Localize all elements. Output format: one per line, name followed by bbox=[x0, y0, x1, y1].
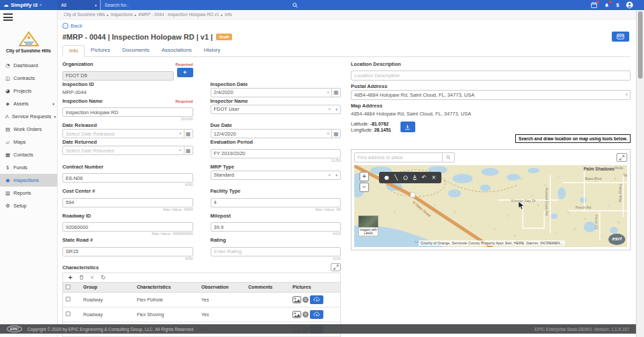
upload-picture-button[interactable] bbox=[310, 295, 323, 304]
breadcrumb-item[interactable]: City of Sunshine Hills bbox=[64, 12, 105, 17]
field-inspector_name: Inspector Name×▾ bbox=[211, 99, 341, 122]
add-row-icon[interactable]: + bbox=[68, 274, 73, 281]
cost_center-input[interactable] bbox=[62, 198, 193, 207]
organization-input[interactable] bbox=[62, 71, 174, 81]
search-scope-dropdown[interactable]: All ▾ bbox=[58, 0, 101, 10]
mrp_type-input[interactable] bbox=[211, 171, 327, 179]
sidebar-item-work-orders[interactable]: ▤Work Orders bbox=[0, 123, 57, 136]
search-icon[interactable] bbox=[292, 3, 298, 8]
app-logo[interactable]: ☁ Simplify i3 ® bbox=[0, 0, 58, 10]
characteristics-header-row: Group Characteristics Observation Commen… bbox=[63, 283, 340, 293]
map-label-palm-shadows: Palm Shadows bbox=[584, 167, 614, 171]
tab-info[interactable]: Info bbox=[62, 45, 85, 57]
row-checkbox[interactable] bbox=[66, 311, 70, 316]
clear-icon[interactable]: × bbox=[326, 105, 333, 113]
expand-map-button[interactable] bbox=[616, 153, 627, 162]
date_released-input[interactable] bbox=[63, 130, 177, 138]
zoom-out-button[interactable]: − bbox=[360, 183, 369, 192]
postal-address-input[interactable] bbox=[352, 91, 623, 99]
draw-point-icon[interactable]: ● bbox=[384, 172, 389, 183]
expand-characteristics-button[interactable] bbox=[331, 263, 341, 271]
breadcrumb-item[interactable]: Inspections bbox=[111, 12, 133, 17]
clear-selection-icon[interactable]: × bbox=[90, 274, 95, 281]
sidebar-item-inspections[interactable]: ◉Inspections bbox=[0, 174, 57, 187]
registered-mark: ® bbox=[40, 3, 42, 7]
close-icon[interactable]: × bbox=[431, 172, 436, 183]
tab-documents[interactable]: Documents bbox=[116, 45, 155, 56]
sidebar-item-funds[interactable]: $Funds bbox=[0, 161, 57, 174]
inspection_date-input[interactable] bbox=[211, 89, 325, 97]
contract_number-label: Contract Number bbox=[62, 164, 103, 170]
breadcrumb-separator-icon: ▸ bbox=[135, 13, 137, 17]
map-search-input[interactable] bbox=[354, 152, 443, 162]
draw-text-icon[interactable]: A bbox=[413, 172, 417, 183]
breadcrumb-item[interactable]: #MRP - 0044 : Inspection Holopaw RD v1 bbox=[138, 12, 219, 17]
dropdown-caret-icon[interactable]: ▾ bbox=[333, 105, 340, 113]
delete-row-icon[interactable] bbox=[79, 275, 84, 280]
calendar-alert-icon[interactable] bbox=[591, 2, 597, 8]
setup-icon: ⚙ bbox=[5, 203, 11, 209]
map-search-button[interactable] bbox=[443, 152, 455, 162]
sidebar-item-contracts[interactable]: ◫Contracts bbox=[0, 72, 57, 85]
clear-icon[interactable]: × bbox=[177, 146, 184, 154]
sidebar-item-setup[interactable]: ⚙Setup bbox=[0, 199, 57, 212]
sidebar-item-assets[interactable]: ◈Assets▾ bbox=[0, 97, 57, 110]
refresh-icon[interactable]: ↻ bbox=[101, 274, 106, 281]
facility_type-input[interactable] bbox=[211, 198, 341, 207]
sidebar-item-service-requests[interactable]: ⚠Service Requests▾ bbox=[0, 110, 57, 123]
add-organization-button[interactable]: + bbox=[177, 68, 193, 77]
roadway_id-input[interactable] bbox=[62, 222, 193, 232]
field-facility_type: Facility TypeMax Value: 99 bbox=[211, 189, 341, 212]
evaluation_period-input[interactable] bbox=[211, 149, 341, 158]
clear-icon[interactable]: × bbox=[325, 89, 331, 97]
location-description-input[interactable] bbox=[351, 70, 631, 81]
upload-picture-button[interactable] bbox=[310, 310, 323, 319]
notifications-icon[interactable] bbox=[604, 2, 610, 8]
sidebar-item-reports[interactable]: ▥Reports bbox=[0, 187, 57, 199]
user-profile-icon[interactable] bbox=[626, 1, 633, 9]
calendar-icon[interactable]: ▦ bbox=[331, 89, 340, 97]
rating-input[interactable] bbox=[211, 247, 341, 256]
state_road-input[interactable] bbox=[62, 247, 193, 256]
clear-icon[interactable]: × bbox=[177, 130, 184, 138]
clear-icon[interactable]: × bbox=[325, 130, 331, 138]
map[interactable]: Palm Shadows Mulle Ta Bass Blvd Palms Wa… bbox=[354, 165, 627, 247]
inspection_name-input[interactable] bbox=[62, 107, 193, 117]
basemap-toggle[interactable]: Imagery with Labels bbox=[358, 215, 378, 236]
draw-polygon-icon[interactable] bbox=[403, 175, 408, 180]
longitude-label: Longitude: bbox=[351, 128, 373, 132]
sidebar-item-contacts[interactable]: ▦Contacts bbox=[0, 148, 57, 161]
schedule-action-button[interactable] bbox=[612, 32, 629, 42]
calendar-icon[interactable]: ▦ bbox=[184, 130, 193, 138]
row-checkbox[interactable] bbox=[66, 297, 70, 301]
sidebar-item-dashboard[interactable]: ◔Dashboard bbox=[0, 59, 57, 72]
back-link[interactable]: ← Back bbox=[62, 23, 631, 29]
date_returned-input[interactable] bbox=[63, 146, 177, 154]
undo-icon[interactable]: ↶ bbox=[422, 172, 427, 183]
due_date-input[interactable] bbox=[211, 130, 325, 138]
calendar-icon[interactable]: ▦ bbox=[184, 146, 193, 154]
sidebar-item-projects[interactable]: ◕Projects bbox=[0, 85, 57, 97]
inspector_name-input[interactable] bbox=[211, 105, 327, 113]
vertical-scrollbar[interactable] bbox=[636, 10, 644, 337]
menu-toggle-icon[interactable] bbox=[3, 13, 13, 21]
scrollbar-thumb[interactable] bbox=[638, 11, 643, 79]
breadcrumb-item[interactable]: Info bbox=[225, 12, 232, 17]
tab-history[interactable]: History bbox=[198, 45, 227, 56]
draw-line-icon[interactable]: ╲ bbox=[394, 172, 398, 183]
sidebar-item-maps[interactable]: ▱Maps bbox=[0, 136, 57, 148]
milepost-input[interactable] bbox=[211, 222, 341, 232]
dropdown-caret-icon[interactable]: ▾ bbox=[333, 171, 340, 179]
calendar-icon[interactable]: ▦ bbox=[331, 130, 340, 138]
contract_number-input[interactable] bbox=[62, 173, 193, 183]
clear-icon[interactable]: × bbox=[326, 171, 333, 179]
select-all-checkbox[interactable] bbox=[66, 285, 70, 289]
clear-icon[interactable]: × bbox=[623, 91, 630, 99]
sidebar-item-label: Dashboard bbox=[13, 62, 38, 68]
locate-on-map-button[interactable] bbox=[400, 122, 415, 132]
global-search-input[interactable] bbox=[105, 3, 290, 7]
tab-pictures[interactable]: Pictures bbox=[85, 45, 116, 56]
funds-currency-icon[interactable]: $ bbox=[616, 2, 619, 8]
tab-associations[interactable]: Associations bbox=[156, 45, 198, 56]
zoom-in-button[interactable]: + bbox=[360, 172, 369, 181]
